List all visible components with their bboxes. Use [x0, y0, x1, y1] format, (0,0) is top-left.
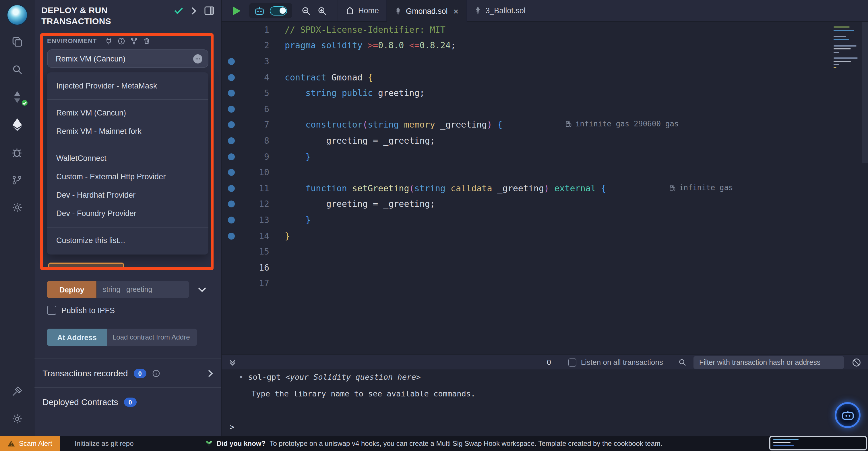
file-explorer-icon[interactable]: [8, 34, 26, 50]
at-address-button[interactable]: At Address: [47, 329, 107, 346]
git-icon[interactable]: [8, 172, 26, 188]
line-number[interactable]: 8: [239, 136, 269, 146]
publish-ipfs-checkbox[interactable]: [47, 306, 56, 315]
breakpoint-dot[interactable]: [228, 169, 235, 176]
code-line[interactable]: 12 greeting = _greeting;: [222, 196, 868, 212]
env-option-walletconnect[interactable]: WalletConnect: [47, 149, 208, 168]
close-tab-icon[interactable]: ×: [454, 7, 459, 15]
clear-terminal-icon[interactable]: [852, 358, 861, 367]
run-script-button[interactable]: [231, 0, 242, 21]
env-option-injected-provider-metamask[interactable]: Injected Provider - MetaMask: [47, 77, 208, 95]
tab-gmonad-sol[interactable]: Gmonad.sol ×: [387, 0, 466, 22]
code-line[interactable]: 4contract Gmonad {: [222, 69, 868, 85]
terminal[interactable]: •sol-gpt <your Solidity question here> T…: [222, 369, 868, 436]
line-number[interactable]: 15: [239, 247, 269, 257]
collapse-terminal-icon[interactable]: [228, 358, 237, 366]
code-line[interactable]: 17: [222, 276, 868, 291]
code-line[interactable]: 9 }: [222, 149, 868, 165]
fork-icon[interactable]: [130, 37, 138, 45]
code-line[interactable]: 11 function setGreeting(string calldata …: [222, 180, 868, 196]
breakpoint-dot[interactable]: [228, 121, 235, 129]
chevron-right-icon[interactable]: [208, 369, 213, 377]
solidity-compiler-icon[interactable]: [8, 89, 26, 105]
line-number[interactable]: 4: [239, 72, 269, 82]
init-git-repo-button[interactable]: Initialize as git repo: [74, 440, 133, 448]
pip-thumbnail[interactable]: [769, 436, 867, 450]
code-line[interactable]: 15: [222, 244, 868, 260]
env-option-customize-list[interactable]: Customize this list...: [47, 231, 208, 250]
breakpoint-dot[interactable]: [228, 153, 235, 160]
line-number[interactable]: 5: [239, 88, 269, 98]
breakpoint-dot[interactable]: [228, 201, 235, 208]
breakpoint-dot[interactable]: [228, 74, 235, 81]
env-option-remix-vm-cancun[interactable]: Remix VM (Cancun): [47, 104, 208, 122]
copilot-toggle[interactable]: [270, 6, 287, 15]
deploy-button[interactable]: Deploy: [47, 281, 96, 298]
line-number[interactable]: 17: [239, 278, 269, 289]
terminal-prompt[interactable]: >: [229, 422, 235, 431]
info-icon[interactable]: [152, 369, 160, 377]
breakpoint-dot[interactable]: [228, 232, 235, 239]
code-line[interactable]: 13 }: [222, 212, 868, 228]
trash-icon[interactable]: [143, 37, 150, 45]
remix-ai-assistant-button[interactable]: [835, 402, 861, 428]
tools-icon[interactable]: [8, 383, 26, 399]
listen-all-transactions[interactable]: Listen on all transactions: [568, 358, 663, 367]
line-number[interactable]: 14: [239, 231, 269, 241]
code-editor[interactable]: 1// SPDX-License-Identifier: MIT2pragma …: [222, 22, 868, 355]
breakpoint-dot[interactable]: [228, 90, 235, 96]
settings-icon[interactable]: [8, 411, 26, 427]
line-number[interactable]: 13: [239, 215, 269, 225]
line-number[interactable]: 7: [239, 120, 269, 130]
breakpoint-dot[interactable]: [228, 185, 235, 192]
tab-3-ballot-sol[interactable]: 3_Ballot.sol: [466, 0, 534, 21]
code-line[interactable]: 5 string public greeting;: [222, 85, 868, 101]
listen-checkbox[interactable]: [568, 358, 577, 366]
code-line[interactable]: 6: [222, 101, 868, 117]
editor-scrollbar[interactable]: [862, 22, 868, 163]
environment-select[interactable]: Remix VM (Cancun): [47, 49, 208, 68]
code-line[interactable]: 14}: [222, 228, 868, 244]
plug-icon[interactable]: [105, 37, 113, 45]
deployed-contracts-row[interactable]: Deployed Contracts 0: [41, 388, 214, 416]
scam-alert-badge[interactable]: Scam Alert: [0, 436, 60, 451]
code-line[interactable]: 1// SPDX-License-Identifier: MIT: [222, 22, 868, 38]
line-number[interactable]: 10: [239, 167, 269, 177]
zoom-out-icon[interactable]: [301, 0, 311, 21]
line-number[interactable]: 3: [239, 56, 269, 67]
minimap[interactable]: [834, 25, 859, 70]
code-line[interactable]: 7 constructor(string memory _greeting) {…: [222, 117, 868, 133]
debugger-icon[interactable]: [8, 144, 26, 160]
chevron-down-icon[interactable]: [198, 287, 206, 292]
breakpoint-dot[interactable]: [228, 58, 235, 65]
line-number[interactable]: 12: [239, 199, 269, 209]
constructor-param-input[interactable]: [97, 281, 189, 298]
chevron-right-icon[interactable]: [191, 7, 196, 15]
breakpoint-dot[interactable]: [228, 137, 235, 144]
env-option-custom-external-http-provider[interactable]: Custom - External Http Provider: [47, 168, 208, 186]
line-number[interactable]: 6: [239, 104, 269, 114]
line-number[interactable]: 9: [239, 151, 269, 162]
code-line[interactable]: 2pragma solidity >=0.8.0 <=0.8.24;: [222, 38, 868, 53]
line-number[interactable]: 16: [239, 262, 269, 273]
search-icon[interactable]: [678, 358, 687, 367]
tab-home[interactable]: Home: [338, 0, 387, 21]
breakpoint-dot[interactable]: [228, 106, 235, 113]
env-option-dev-foundry-provider[interactable]: Dev - Foundry Provider: [47, 204, 208, 223]
split-view-icon[interactable]: [205, 6, 214, 15]
code-line[interactable]: 10: [222, 165, 868, 180]
line-number[interactable]: 1: [239, 25, 269, 35]
code-line[interactable]: 8 greeting = _greeting;: [222, 133, 868, 148]
breakpoint-dot[interactable]: [228, 217, 235, 224]
code-line[interactable]: 3: [222, 53, 868, 69]
env-option-remix-vm-mainnet-fork[interactable]: Remix VM - Mainnet fork: [47, 122, 208, 141]
env-option-dev-hardhat-provider[interactable]: Dev - Hardhat Provider: [47, 186, 208, 204]
plugin-manager-icon[interactable]: [8, 199, 26, 216]
at-address-input[interactable]: [107, 329, 197, 346]
zoom-in-icon[interactable]: [317, 0, 327, 21]
publish-to-ipfs-row[interactable]: Publish to IPFS: [47, 306, 208, 315]
transaction-filter-input[interactable]: [693, 356, 844, 369]
line-number[interactable]: 11: [239, 183, 269, 193]
info-icon[interactable]: [118, 37, 125, 45]
line-number[interactable]: 2: [239, 40, 269, 51]
